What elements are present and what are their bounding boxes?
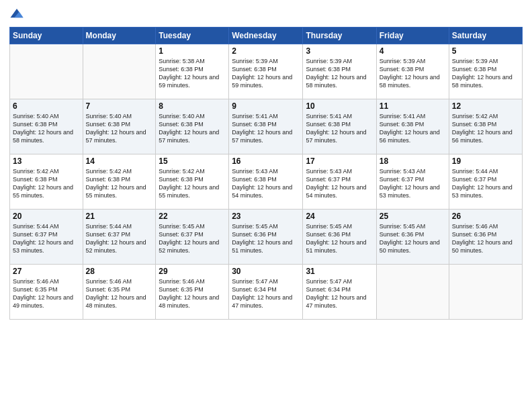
day-number: 23 xyxy=(232,212,300,221)
day-detail: Sunrise: 5:44 AMSunset: 6:37 PMDaylight:… xyxy=(13,222,80,255)
day-detail: Sunrise: 5:41 AMSunset: 6:38 PMDaylight:… xyxy=(232,112,300,145)
calendar-week-2: 6Sunrise: 5:40 AMSunset: 6:38 PMDaylight… xyxy=(10,99,523,154)
calendar-week-1: 1Sunrise: 5:38 AMSunset: 6:38 PMDaylight… xyxy=(10,44,523,99)
calendar-cell xyxy=(10,44,83,99)
day-number: 11 xyxy=(380,101,446,111)
day-detail: Sunrise: 5:46 AMSunset: 6:35 PMDaylight:… xyxy=(86,277,153,310)
day-number: 17 xyxy=(306,156,373,166)
day-detail: Sunrise: 5:45 AMSunset: 6:36 PMDaylight:… xyxy=(306,222,373,255)
day-detail: Sunrise: 5:47 AMSunset: 6:34 PMDaylight:… xyxy=(232,277,300,310)
calendar-cell: 19Sunrise: 5:44 AMSunset: 6:37 PMDayligh… xyxy=(449,154,522,210)
day-number: 19 xyxy=(452,156,519,166)
calendar-header-row: SundayMondayTuesdayWednesdayThursdayFrid… xyxy=(10,28,523,44)
logo-icon xyxy=(9,7,24,21)
day-number: 29 xyxy=(159,267,226,276)
calendar-table: SundayMondayTuesdayWednesdayThursdayFrid… xyxy=(9,27,523,320)
day-detail: Sunrise: 5:43 AMSunset: 6:38 PMDaylight:… xyxy=(232,167,300,200)
day-detail: Sunrise: 5:46 AMSunset: 6:36 PMDaylight:… xyxy=(452,222,519,255)
calendar-cell: 10Sunrise: 5:41 AMSunset: 6:38 PMDayligh… xyxy=(303,99,376,154)
calendar-cell xyxy=(83,44,156,99)
day-number: 13 xyxy=(13,156,80,166)
calendar-cell: 14Sunrise: 5:42 AMSunset: 6:38 PMDayligh… xyxy=(83,154,156,210)
calendar-cell: 15Sunrise: 5:42 AMSunset: 6:38 PMDayligh… xyxy=(156,154,229,210)
calendar-week-3: 13Sunrise: 5:42 AMSunset: 6:38 PMDayligh… xyxy=(10,154,523,210)
col-header-saturday: Saturday xyxy=(449,28,522,44)
day-detail: Sunrise: 5:41 AMSunset: 6:38 PMDaylight:… xyxy=(380,112,446,145)
calendar-cell: 20Sunrise: 5:44 AMSunset: 6:37 PMDayligh… xyxy=(10,210,83,265)
calendar-cell: 27Sunrise: 5:46 AMSunset: 6:35 PMDayligh… xyxy=(10,265,83,320)
day-number: 26 xyxy=(452,212,519,221)
day-number: 24 xyxy=(306,212,373,221)
day-number: 18 xyxy=(380,156,446,166)
day-detail: Sunrise: 5:45 AMSunset: 6:36 PMDaylight:… xyxy=(380,222,446,255)
calendar-cell: 31Sunrise: 5:47 AMSunset: 6:34 PMDayligh… xyxy=(303,265,376,320)
calendar-cell: 23Sunrise: 5:45 AMSunset: 6:36 PMDayligh… xyxy=(229,210,303,265)
day-number: 14 xyxy=(86,156,153,166)
calendar-cell: 16Sunrise: 5:43 AMSunset: 6:38 PMDayligh… xyxy=(229,154,303,210)
day-number: 7 xyxy=(86,101,153,111)
day-number: 6 xyxy=(13,101,80,111)
day-number: 2 xyxy=(232,46,300,56)
calendar-week-5: 27Sunrise: 5:46 AMSunset: 6:35 PMDayligh… xyxy=(10,265,523,320)
calendar-cell: 21Sunrise: 5:44 AMSunset: 6:37 PMDayligh… xyxy=(83,210,156,265)
day-number: 15 xyxy=(159,156,226,166)
calendar-cell: 2Sunrise: 5:39 AMSunset: 6:38 PMDaylight… xyxy=(229,44,303,99)
day-detail: Sunrise: 5:41 AMSunset: 6:38 PMDaylight:… xyxy=(306,112,373,145)
day-detail: Sunrise: 5:40 AMSunset: 6:38 PMDaylight:… xyxy=(159,112,226,145)
calendar-cell xyxy=(376,265,449,320)
calendar-cell: 29Sunrise: 5:46 AMSunset: 6:35 PMDayligh… xyxy=(156,265,229,320)
col-header-thursday: Thursday xyxy=(303,28,376,44)
calendar-cell: 7Sunrise: 5:40 AMSunset: 6:38 PMDaylight… xyxy=(83,99,156,154)
day-detail: Sunrise: 5:44 AMSunset: 6:37 PMDaylight:… xyxy=(86,222,153,255)
day-number: 30 xyxy=(232,267,300,276)
calendar-cell: 28Sunrise: 5:46 AMSunset: 6:35 PMDayligh… xyxy=(83,265,156,320)
calendar-cell: 12Sunrise: 5:42 AMSunset: 6:38 PMDayligh… xyxy=(449,99,522,154)
page: SundayMondayTuesdayWednesdayThursdayFrid… xyxy=(0,0,532,411)
col-header-monday: Monday xyxy=(83,28,156,44)
calendar-cell: 5Sunrise: 5:39 AMSunset: 6:38 PMDaylight… xyxy=(449,44,522,99)
day-number: 20 xyxy=(13,212,80,221)
calendar-cell: 8Sunrise: 5:40 AMSunset: 6:38 PMDaylight… xyxy=(156,99,229,154)
day-detail: Sunrise: 5:46 AMSunset: 6:35 PMDaylight:… xyxy=(13,277,80,310)
day-detail: Sunrise: 5:42 AMSunset: 6:38 PMDaylight:… xyxy=(159,167,226,200)
day-number: 16 xyxy=(232,156,300,166)
day-detail: Sunrise: 5:43 AMSunset: 6:37 PMDaylight:… xyxy=(380,167,446,200)
day-number: 5 xyxy=(452,46,519,56)
header xyxy=(9,7,523,21)
calendar-cell: 26Sunrise: 5:46 AMSunset: 6:36 PMDayligh… xyxy=(449,210,522,265)
calendar-cell: 3Sunrise: 5:39 AMSunset: 6:38 PMDaylight… xyxy=(303,44,376,99)
col-header-wednesday: Wednesday xyxy=(229,28,303,44)
day-number: 12 xyxy=(452,101,519,111)
day-detail: Sunrise: 5:39 AMSunset: 6:38 PMDaylight:… xyxy=(306,57,373,90)
calendar-cell: 6Sunrise: 5:40 AMSunset: 6:38 PMDaylight… xyxy=(10,99,83,154)
calendar-cell: 9Sunrise: 5:41 AMSunset: 6:38 PMDaylight… xyxy=(229,99,303,154)
day-detail: Sunrise: 5:46 AMSunset: 6:35 PMDaylight:… xyxy=(159,277,226,310)
calendar-cell: 4Sunrise: 5:39 AMSunset: 6:38 PMDaylight… xyxy=(376,44,449,99)
day-detail: Sunrise: 5:39 AMSunset: 6:38 PMDaylight:… xyxy=(452,57,519,90)
calendar-cell: 24Sunrise: 5:45 AMSunset: 6:36 PMDayligh… xyxy=(303,210,376,265)
col-header-friday: Friday xyxy=(376,28,449,44)
calendar-cell: 22Sunrise: 5:45 AMSunset: 6:37 PMDayligh… xyxy=(156,210,229,265)
col-header-tuesday: Tuesday xyxy=(156,28,229,44)
day-detail: Sunrise: 5:42 AMSunset: 6:38 PMDaylight:… xyxy=(86,167,153,200)
calendar-cell xyxy=(449,265,522,320)
day-number: 4 xyxy=(380,46,446,56)
day-number: 8 xyxy=(159,101,226,111)
day-detail: Sunrise: 5:44 AMSunset: 6:37 PMDaylight:… xyxy=(452,167,519,200)
logo xyxy=(9,7,27,21)
day-number: 1 xyxy=(159,46,226,56)
calendar-cell: 17Sunrise: 5:43 AMSunset: 6:37 PMDayligh… xyxy=(303,154,376,210)
day-number: 21 xyxy=(86,212,153,221)
day-number: 25 xyxy=(380,212,446,221)
day-number: 31 xyxy=(306,267,373,276)
calendar-cell: 18Sunrise: 5:43 AMSunset: 6:37 PMDayligh… xyxy=(376,154,449,210)
day-detail: Sunrise: 5:38 AMSunset: 6:38 PMDaylight:… xyxy=(159,57,226,90)
calendar-cell: 1Sunrise: 5:38 AMSunset: 6:38 PMDaylight… xyxy=(156,44,229,99)
calendar-cell: 13Sunrise: 5:42 AMSunset: 6:38 PMDayligh… xyxy=(10,154,83,210)
day-number: 28 xyxy=(86,267,153,276)
day-detail: Sunrise: 5:42 AMSunset: 6:38 PMDaylight:… xyxy=(13,167,80,200)
calendar-cell: 30Sunrise: 5:47 AMSunset: 6:34 PMDayligh… xyxy=(229,265,303,320)
day-detail: Sunrise: 5:42 AMSunset: 6:38 PMDaylight:… xyxy=(452,112,519,145)
day-number: 10 xyxy=(306,101,373,111)
day-number: 3 xyxy=(306,46,373,56)
